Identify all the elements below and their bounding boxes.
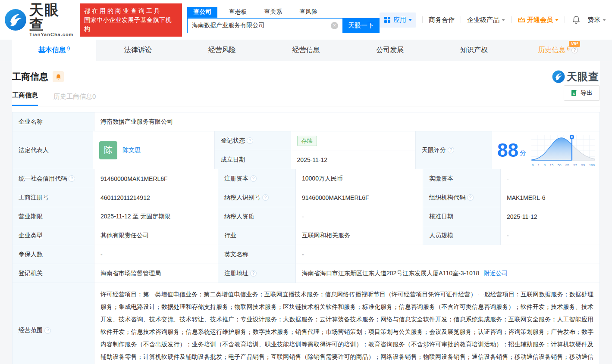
reg-number-value: 460112011214912 [94, 188, 218, 207]
tianyancha-logo[interactable]: 天眼查 TianYanCha.com [4, 3, 75, 37]
help-icon[interactable]: ? [262, 194, 269, 201]
org-code-value: MAK1MERL-6 [501, 188, 599, 207]
enterprise-products-menu[interactable]: 企业级产品 [467, 16, 505, 24]
taxpayer-id-label: 纳税人识别号 ? [218, 188, 296, 207]
divider [461, 16, 461, 23]
reg-number-label: 工商注册号 [13, 188, 94, 207]
table-row: 参保人数 - 英文名称 - [13, 245, 599, 264]
score-value: 88 [497, 141, 518, 160]
tab-basic-info-label: 基本信息 [38, 46, 66, 55]
user-menu[interactable]: 费米 [587, 16, 606, 24]
english-name-label: 英文名称 [218, 245, 296, 264]
score-distribution-chart: 01 315 5085 9799 100 [530, 134, 596, 167]
tab-legal-proceedings[interactable]: 法律诉讼 [96, 40, 180, 61]
help-icon[interactable]: ? [448, 147, 454, 153]
est-date-label: 成立日期 [215, 150, 291, 169]
approval-date-label: 核准日期 [423, 207, 501, 226]
export-label: 导出 [581, 89, 593, 97]
subtab-business-info[interactable]: 工商信息 [12, 91, 38, 106]
search-tab-boss[interactable]: 查老板 [223, 7, 253, 18]
chevron-down-icon [502, 19, 505, 21]
help-icon[interactable]: ? [250, 270, 257, 277]
tab-risk-label: 经营风险 [208, 46, 236, 55]
business-cooperation-link[interactable]: 商务合作 [429, 16, 455, 24]
search-tabs: 查公司 查老板 查关系 查风险 [187, 7, 380, 18]
subscribe-bell-button[interactable] [53, 71, 64, 82]
table-row: 统一社会信用代码 ? 91460000MAK1MERL6F 注册资本 ? 100… [13, 169, 599, 188]
reg-address-label: 注册地址 ? [218, 264, 296, 283]
table-row: 企业类型 其他有限责任公司 行业 互联网和相关服务 人员规模 - [13, 226, 599, 245]
chevron-down-icon [555, 19, 559, 21]
search-tab-risk[interactable]: 查风险 [293, 7, 323, 18]
avatar[interactable]: 陈 [99, 141, 117, 159]
tab-history-info[interactable]: VIP 历史信息 6 ? [516, 40, 600, 61]
help-icon[interactable]: ? [247, 137, 253, 144]
divider [422, 16, 423, 23]
business-scope-value: 许可经营项目：第一类增值电信业务；第二类增值电信业务；互联网直播技术服务；信息网… [94, 283, 599, 364]
excel-icon: x [571, 90, 578, 96]
table-row: 经营范围 ? 许可经营项目：第一类增值电信业务；第二类增值电信业务；互联网直播技… [13, 283, 599, 364]
table-row: 企业名称 海南数据产业服务有限公司 [13, 112, 599, 131]
chevron-down-icon [408, 19, 412, 21]
tab-operating-risk[interactable]: 经营风险 [180, 40, 264, 61]
insured-value: - [94, 245, 218, 264]
enterprise-products-label: 企业级产品 [467, 16, 499, 24]
help-icon[interactable]: ? [44, 327, 51, 334]
apps-menu[interactable]: 应用 [380, 12, 416, 28]
subtab-history-business-info[interactable]: 历史工商信息0 [53, 93, 96, 106]
nearby-companies-link[interactable]: 附近公司 [483, 270, 508, 277]
tab-intellectual-property[interactable]: 知识产权 [432, 40, 516, 61]
open-vip-label: 开通会员 [527, 16, 553, 24]
notifications-button[interactable] [572, 16, 581, 24]
paid-capital-value: - [501, 169, 599, 188]
clear-search-icon[interactable]: × [331, 22, 338, 29]
tab-legal-label: 法律诉讼 [124, 46, 152, 55]
search-tab-relation[interactable]: 查关系 [258, 7, 288, 18]
company-name-value: 海南数据产业服务有限公司 [94, 112, 599, 131]
business-term-label: 营业期限 [13, 207, 94, 226]
help-icon[interactable]: ? [250, 175, 257, 182]
brand-name: 天眼查 [29, 3, 75, 32]
legal-rep-link[interactable]: 陈文思 [122, 146, 141, 154]
english-name-value: - [296, 245, 599, 264]
tab-basic-info-badge: 9 [67, 46, 70, 52]
reg-authority-label: 登记机关 [13, 264, 94, 283]
reg-capital-label: 注册资本 ? [218, 169, 296, 188]
brand-domain: TianYanCha.com [29, 32, 75, 37]
status-badge: 存续 [297, 136, 317, 146]
table-row: 工商注册号 460112011214912 纳税人识别号 ? 91460000M… [13, 188, 599, 207]
help-icon[interactable]: ? [571, 47, 578, 53]
tianyancha-logo-icon [4, 9, 27, 31]
tab-company-development[interactable]: 公司发展 [348, 40, 432, 61]
apps-label: 应用 [393, 16, 406, 24]
industry-value: 互联网和相关服务 [296, 226, 423, 245]
search-input[interactable] [187, 18, 342, 33]
company-name-label: 企业名称 [13, 112, 94, 131]
export-button[interactable]: x 导出 [564, 85, 600, 101]
section-title: 工商信息 [12, 71, 48, 83]
tab-operating-info[interactable]: 经营信息 [264, 40, 348, 61]
reg-capital-value: 10000万人民币 [296, 169, 423, 188]
industry-label: 行业 [218, 226, 296, 245]
score-unit: 分 [520, 149, 526, 157]
staff-size-label: 人员规模 [423, 226, 501, 245]
company-info-table: 企业名称 海南数据产业服务有限公司 法定代表人 陈 陈文思 登记状态 ? 成立日… [12, 112, 600, 364]
business-info-card: 工商信息 天眼查 工商信息 历史工商信息0 x 导出 [12, 61, 600, 364]
search-button[interactable]: 天眼一下 [342, 18, 380, 33]
tab-history-label: 历史信息 [538, 46, 565, 55]
tab-basic-info[interactable]: 基本信息 9 [12, 40, 96, 61]
subtabs: 工商信息 历史工商信息0 x 导出 [12, 91, 600, 106]
tianyancha-logo-icon [552, 70, 565, 83]
score-cell[interactable]: 88 分 [492, 131, 599, 169]
table-row: 营业期限 2025-11-12 至 无固定期限 纳税人资质 - 核准日期 202… [13, 207, 599, 226]
help-icon[interactable]: ? [467, 194, 474, 201]
help-icon[interactable]: ? [69, 175, 75, 182]
legal-rep-cell: 陈 陈文思 [93, 131, 215, 169]
search-tab-company[interactable]: 查公司 [187, 7, 217, 18]
business-term-value: 2025-11-12 至 无固定期限 [94, 207, 218, 226]
company-tabbar: 基本信息 9 法律诉讼 经营风险 经营信息 公司发展 知识产权 VIP 历史信息… [0, 40, 612, 61]
open-vip-menu[interactable]: 开通会员 [518, 16, 559, 24]
slogan-banner: 都在用的商业查询工具 国家中小企业发展子基金旗下机构 [80, 3, 182, 37]
user-name: 费米 [587, 16, 600, 24]
credit-code-value: 91460000MAK1MERL6F [94, 169, 218, 188]
